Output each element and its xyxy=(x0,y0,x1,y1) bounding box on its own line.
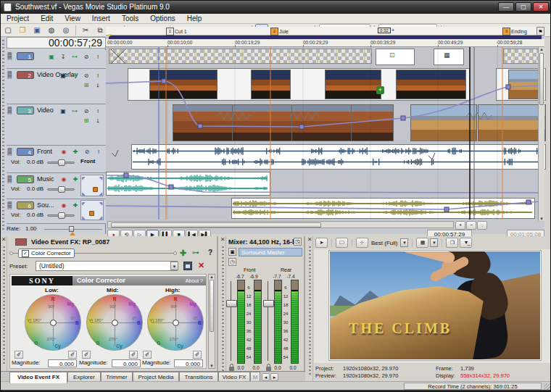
pan-position-dot[interactable] xyxy=(93,187,98,192)
help-icon[interactable]: ? xyxy=(208,249,212,257)
audio-event[interactable] xyxy=(131,144,546,170)
track-fx-icon[interactable]: ✚ xyxy=(70,175,80,184)
magnitude-input-high[interactable]: 0.000 xyxy=(174,359,203,367)
menu-help[interactable]: Help xyxy=(181,14,208,22)
preview-quality-value[interactable]: Best (Full) xyxy=(370,240,399,246)
volume-value[interactable]: 0.0 dB xyxy=(27,159,44,165)
track-header-4[interactable]: ▤▤ 4 Front ◉ ✚ ⊘ ! Vol: 0.0 dB Front xyxy=(7,146,106,173)
clip-thumbnail[interactable] xyxy=(173,104,233,141)
tab-scroll-left-icon[interactable]: ◂ xyxy=(262,373,270,381)
scroll-up-icon[interactable]: ▲ xyxy=(539,47,544,51)
track-header-3[interactable]: ▤▤ 3 Video ▣ ⊶ ⊘ ! ⊞ ⭣ xyxy=(7,104,106,146)
make-child-icon[interactable]: ⭣ xyxy=(93,116,103,125)
zoom-out-time-icon[interactable]: − xyxy=(466,221,476,230)
save-snapshot-icon[interactable]: ▼̲ xyxy=(460,238,472,248)
preset-dropdown-icon[interactable]: ▼ xyxy=(170,262,178,270)
clip-thumbnail[interactable] xyxy=(478,104,546,141)
plugin-chain-item[interactable]: ✓ Color Corrector xyxy=(18,249,75,258)
clip-thumbnail[interactable] xyxy=(325,70,381,99)
timeline-vscrollbar[interactable]: ▲ ▼ xyxy=(538,47,544,221)
marker-flag-icon[interactable]: ⚑ xyxy=(536,27,544,36)
plugin-chain-icon[interactable]: ⊶ xyxy=(192,249,199,257)
menu-view[interactable]: View xyxy=(59,14,86,22)
menu-edit[interactable]: Edit xyxy=(35,14,59,22)
track-fx-icon[interactable]: ✚ xyxy=(70,147,80,157)
copy-snapshot-icon[interactable]: ❐ xyxy=(446,238,458,248)
clip-thumbnail[interactable] xyxy=(410,104,477,141)
downmix-icon[interactable]: ◷ xyxy=(228,258,236,266)
preset-combo[interactable]: (Untitled) xyxy=(36,261,178,271)
track-header-6[interactable]: ▤▤ 6 Sou... ◉ ✚ ⊘ ! Vol: 0.0 dB ◤◥ ◣◢ xyxy=(7,199,106,224)
mute-icon[interactable]: ⊘ xyxy=(82,147,92,157)
solo-icon[interactable]: ! xyxy=(93,107,103,116)
menu-project[interactable]: Project xyxy=(1,14,35,22)
external-monitor-icon[interactable]: 🖵 xyxy=(336,238,348,248)
pan-mode-label[interactable]: Front xyxy=(80,158,95,164)
surround-panner[interactable]: ◤◥ ◣◢ xyxy=(80,200,104,220)
track-lane-sound-audio[interactable] xyxy=(106,196,544,220)
magnitude-input-mid[interactable]: 0.000 xyxy=(112,359,141,367)
record-arm-icon[interactable]: ◉ xyxy=(59,201,69,210)
panel-grip[interactable] xyxy=(3,246,5,366)
insert-bus-icon[interactable]: ▣ xyxy=(228,248,236,256)
timeline-vscroll-thumb[interactable] xyxy=(539,53,544,105)
record-arm-icon[interactable]: ◉ xyxy=(59,175,69,184)
time-display[interactable]: 00:00:57;29 xyxy=(7,37,106,49)
solo-icon[interactable]: ! xyxy=(93,71,103,80)
track-fx-icon[interactable]: ⊶ xyxy=(70,107,80,116)
overlays-grid-icon[interactable]: ▦ xyxy=(416,238,428,248)
wheel-center-handle[interactable] xyxy=(50,320,57,326)
volume-slider[interactable] xyxy=(47,162,75,164)
rear-fader-handle[interactable] xyxy=(263,300,274,307)
generated-media-event[interactable]: ⊡ xyxy=(376,49,415,65)
rear-fader-track[interactable] xyxy=(268,281,268,361)
track-minmax-icon[interactable]: ▤▤ xyxy=(7,201,15,209)
fx-vscrollbar[interactable]: ▲ ▼ xyxy=(208,274,215,369)
track-level-icon[interactable]: ↧ xyxy=(58,52,68,62)
mute-icon[interactable]: ⊘ xyxy=(81,71,91,80)
clip-thumbnail[interactable] xyxy=(291,104,352,141)
delete-preset-icon[interactable]: ✕ xyxy=(198,261,204,270)
eyedropper-add-icon[interactable]: ✐ xyxy=(14,351,23,359)
track-fx-icon[interactable]: ✚ xyxy=(70,201,80,210)
volume-slider-handle[interactable] xyxy=(58,212,65,219)
front-fader-track[interactable] xyxy=(231,281,231,361)
resize-grip[interactable] xyxy=(544,383,550,390)
title-event[interactable] xyxy=(503,49,541,64)
overlays-dropdown-icon[interactable]: ▼ xyxy=(430,238,438,247)
tab-scroll-right-icon[interactable]: ▸ xyxy=(270,373,278,381)
track-lane-video[interactable] xyxy=(106,101,544,143)
fader-db[interactable]: 0.0 xyxy=(272,365,283,370)
front-fader-handle[interactable] xyxy=(226,300,237,307)
fader-db[interactable]: 0.0 xyxy=(235,365,246,370)
dock-grip[interactable] xyxy=(2,40,4,230)
track-name[interactable]: Front xyxy=(37,148,52,155)
clip-thumbnail[interactable] xyxy=(149,70,218,99)
audio-event[interactable] xyxy=(231,198,535,219)
track-header-2[interactable]: ▤▤ 2 Video Overlay ▣ ⊶ ⊘ ! ⊞ ⭣ xyxy=(7,69,106,104)
plugin-enabled-checkbox[interactable]: ✓ xyxy=(22,250,29,257)
track-motion-icon[interactable]: ▣ xyxy=(58,107,68,116)
color-wheel-low[interactable]: R Mg Yl B G Cy 90° 180° 270° 0° xyxy=(25,294,81,351)
cut-icon[interactable]: ✂ xyxy=(79,24,92,36)
title-bar[interactable]: Southwest.vf - Vegas Movie Studio Platin… xyxy=(1,1,551,14)
save-project-icon[interactable]: ▣ xyxy=(30,24,44,36)
track-minmax-icon[interactable]: ▤▤ xyxy=(7,175,15,183)
track-header-1[interactable]: ▤▤ 1 ▣ ↧ ⊶ ⊘ ! xyxy=(7,50,106,69)
menu-options[interactable]: Options xyxy=(144,14,181,22)
timeline-hscrollbar[interactable] xyxy=(107,221,454,228)
timeline-hscroll-thumb[interactable] xyxy=(111,222,321,228)
timeline[interactable]: 1 Cut 1 2 Jule 0:32 + 3 Ending 00:00:00;… xyxy=(106,27,544,234)
clip-thumbnail[interactable] xyxy=(396,70,466,99)
solo-icon[interactable]: ! xyxy=(94,147,104,157)
fader-db[interactable]: 0.0 xyxy=(250,365,262,370)
composite-mode-icon[interactable]: ⊞ xyxy=(81,80,91,90)
menu-insert[interactable]: Insert xyxy=(86,14,116,22)
clip-thumbnail[interactable] xyxy=(351,104,394,141)
add-fx-icon[interactable]: ✚ xyxy=(180,249,186,258)
surround-panner[interactable]: ◤◥ ◣◢ xyxy=(80,175,104,196)
close-button[interactable]: ✕ xyxy=(533,2,549,12)
fader-db[interactable]: 0.0 xyxy=(287,365,299,370)
zoom-tool-small-icon[interactable]: ◌ xyxy=(477,221,487,230)
tab-video-event-fx[interactable]: Video Event FX xyxy=(9,372,67,383)
